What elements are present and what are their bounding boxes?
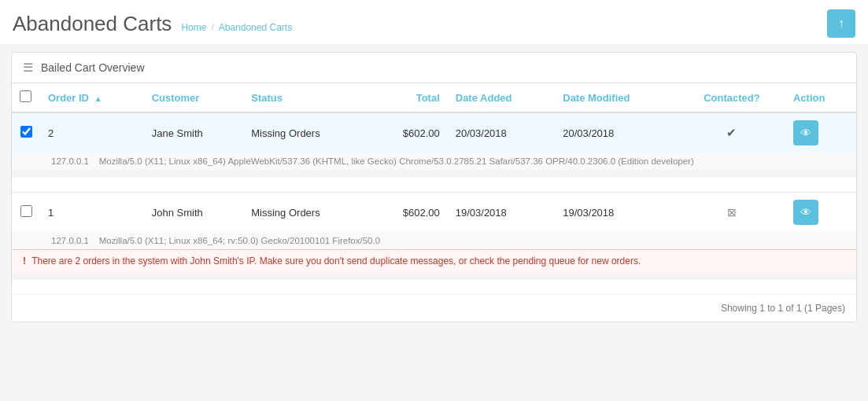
col-status-label: Status	[251, 92, 283, 104]
breadcrumb: Home / Abandoned Carts	[181, 22, 292, 33]
view-button[interactable]: 👁	[793, 200, 818, 225]
col-customer-label: Customer	[152, 92, 200, 104]
row-checkbox-cell[interactable]	[12, 112, 40, 153]
warning-icon: !	[23, 256, 26, 267]
list-icon: ☰	[23, 61, 33, 75]
eye-icon: 👁	[800, 127, 811, 139]
row-status: Missing Orders	[243, 193, 369, 233]
col-date-modified-label: Date Modified	[563, 92, 630, 104]
breadcrumb-home[interactable]: Home	[181, 22, 206, 33]
panel-title: Bailed Cart Overview	[41, 61, 145, 74]
carts-table: Order ID ▲ Customer Status Total Date Ad…	[12, 83, 856, 294]
row-date-modified: 20/03/2018	[555, 112, 678, 153]
detail-cell: 127.0.0.1 Mozilla/5.0 (X11; Linux x86_64…	[12, 232, 856, 250]
row-date-modified: 19/03/2018	[555, 193, 678, 233]
warning-row: ! There are 2 orders in the system with …	[12, 250, 856, 273]
contacted-check-icon: ✔	[726, 126, 737, 139]
col-customer[interactable]: Customer	[144, 83, 244, 112]
col-order-id-label: Order ID	[48, 92, 89, 104]
row-checkbox[interactable]	[20, 205, 32, 217]
spacer-row-2	[12, 272, 856, 280]
col-date-added[interactable]: Date Added	[448, 83, 556, 112]
row-total: $602.00	[369, 193, 448, 233]
row-action: 👁	[785, 193, 856, 233]
detail-cell: 127.0.0.1 Mozilla/5.0 (X11; Linux x86_64…	[12, 153, 856, 170]
row-contacted: ✔	[678, 112, 785, 153]
col-total[interactable]: Total	[369, 83, 448, 112]
col-contacted[interactable]: Contacted?	[678, 83, 785, 112]
row-action: 👁	[785, 112, 856, 153]
col-total-label: Total	[416, 92, 440, 104]
table-header-row: Order ID ▲ Customer Status Total Date Ad…	[12, 83, 856, 112]
spacer-row	[12, 170, 856, 178]
table-row: 2 Jane Smith Missing Orders $602.00 20/0…	[12, 112, 856, 153]
col-action: Action	[785, 83, 856, 112]
row-date-added: 20/03/2018	[448, 112, 556, 153]
breadcrumb-separator: /	[211, 22, 213, 33]
col-order-id[interactable]: Order ID ▲	[40, 83, 144, 112]
export-icon: ↑	[838, 17, 844, 31]
row-date-added: 19/03/2018	[448, 193, 556, 233]
col-action-label: Action	[793, 92, 825, 104]
bailed-cart-panel: ☰ Bailed Cart Overview Order ID ▲ Custom…	[11, 52, 857, 322]
pagination-info: Showing 1 to 1 of 1 (1 Pages)	[12, 294, 856, 322]
warning-message: There are 2 orders in the system with Jo…	[31, 256, 641, 267]
detail-row: 127.0.0.1 Mozilla/5.0 (X11; Linux x86_64…	[12, 232, 856, 250]
row-checkbox-cell[interactable]	[12, 193, 40, 233]
hourglass-icon: ⊠	[727, 206, 737, 219]
col-date-modified[interactable]: Date Modified	[555, 83, 678, 112]
table-row: 1 John Smith Missing Orders $602.00 19/0…	[12, 193, 856, 233]
row-checkbox[interactable]	[20, 126, 32, 138]
page-title: Abandoned Carts	[13, 12, 172, 36]
row-order-id: 2	[40, 112, 144, 153]
row-order-id: 1	[40, 193, 144, 233]
warning-cell: ! There are 2 orders in the system with …	[12, 250, 856, 273]
export-button[interactable]: ↑	[827, 9, 855, 38]
row-customer: Jane Smith	[144, 112, 244, 153]
col-status[interactable]: Status	[243, 83, 369, 112]
row-contacted: ⊠	[678, 193, 785, 233]
col-date-added-label: Date Added	[456, 92, 512, 104]
select-all-checkbox[interactable]	[20, 90, 31, 102]
sort-asc-icon: ▲	[94, 94, 102, 103]
panel-header: ☰ Bailed Cart Overview	[12, 53, 856, 83]
row-customer: John Smith	[144, 193, 244, 233]
page-header: Abandoned Carts Home / Abandoned Carts ↑	[0, 0, 868, 44]
col-checkbox	[12, 83, 40, 112]
empty-row-2	[12, 280, 856, 294]
detail-row: 127.0.0.1 Mozilla/5.0 (X11; Linux x86_64…	[12, 153, 856, 170]
row-total: $602.00	[369, 112, 448, 153]
col-contacted-label: Contacted?	[704, 92, 760, 104]
view-button[interactable]: 👁	[793, 120, 818, 145]
empty-row	[12, 178, 856, 193]
breadcrumb-current[interactable]: Abandoned Carts	[219, 22, 292, 33]
row-status: Missing Orders	[243, 112, 369, 153]
eye-icon: 👁	[800, 206, 811, 219]
